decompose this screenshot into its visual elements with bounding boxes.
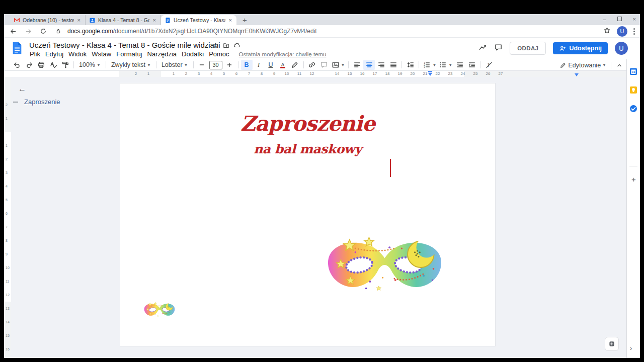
new-tab-button[interactable]: + (240, 15, 249, 25)
undo-button[interactable] (11, 60, 23, 70)
docs-file-icon[interactable] (12, 41, 22, 57)
collapse-menus-button[interactable] (613, 60, 625, 70)
browser-window: Odebrane (10) - testowy.uczen@×Klasa 4 -… (4, 14, 640, 358)
font-size-decrease-button[interactable] (196, 60, 208, 70)
gmail-icon (14, 17, 20, 24)
bold-button[interactable]: B (241, 60, 253, 70)
menu-pomoc[interactable]: Pomoc (206, 50, 231, 58)
insert-image-button[interactable]: ▼ (331, 60, 346, 70)
hide-side-panel-icon[interactable]: › (630, 344, 632, 352)
line-spacing-button[interactable] (405, 60, 416, 70)
toolbar-divider (106, 61, 106, 68)
bullet-list-button[interactable]: ▼ (438, 60, 453, 70)
chevron-down-icon: ▼ (147, 63, 151, 67)
carnival-mask-image[interactable] (321, 234, 448, 298)
horizontal-ruler[interactable]: 2112345678910111214151617181920212223242… (119, 71, 628, 77)
maximize-button[interactable] (617, 16, 622, 22)
browser-tab[interactable]: Odebrane (10) - testowy.uczen@× (10, 15, 86, 25)
left-indent-marker[interactable] (428, 71, 432, 76)
menu-wstaw[interactable]: Wstaw (89, 50, 114, 58)
text-color-button[interactable]: A (277, 60, 289, 70)
menu-narzędzia[interactable]: Narzędzia (145, 50, 180, 58)
browser-tab[interactable]: Klasa 4 - Temat 8 - Goście mile w× (86, 15, 161, 25)
align-center-button[interactable] (363, 60, 375, 70)
menu-widok[interactable]: Widok (66, 50, 89, 58)
outline-item[interactable]: Zaproszenie (24, 98, 60, 106)
browser-menu-icon[interactable] (633, 28, 635, 35)
keep-icon[interactable] (629, 85, 638, 95)
insert-comment-button[interactable] (318, 60, 330, 70)
font-select[interactable]: Lobster ▼ (159, 60, 191, 70)
tab-close-icon[interactable]: × (228, 17, 233, 23)
indent-button[interactable] (466, 60, 477, 70)
account-avatar[interactable]: U (615, 42, 628, 55)
menu-edytuj[interactable]: Edytuj (43, 50, 66, 58)
bookmark-star-icon[interactable] (603, 27, 611, 36)
toolbar-divider (401, 61, 402, 68)
ruler-number: 23 (448, 71, 453, 76)
toolbar: 100% ▼Zwykły tekst ▼Lobster ▼30BIUA ▼123… (4, 59, 640, 71)
ruler-number: 5 (223, 71, 225, 76)
star-icon[interactable] (212, 42, 219, 51)
redo-button[interactable] (23, 60, 35, 70)
font-size-increase-button[interactable] (224, 60, 235, 70)
align-left-button[interactable] (351, 60, 363, 70)
close-outline-icon[interactable]: ← (18, 84, 26, 94)
numbered-list-button[interactable]: 123 ▼ (422, 60, 437, 70)
ruler-number: 2 (6, 157, 8, 161)
spellcheck-button[interactable] (47, 60, 59, 70)
get-addons-button[interactable]: + (627, 175, 640, 184)
document-title[interactable]: Uczeń Testowy - Klasa 4 - Temat 8 - Gośc… (29, 41, 220, 49)
browser-avatar[interactable]: U (617, 26, 627, 37)
menu-dodatki[interactable]: Dodatki (179, 50, 206, 58)
minimize-button[interactable]: – (603, 16, 606, 22)
vertical-ruler[interactable]: 2112345678910111213141516 (4, 77, 11, 358)
outdent-button[interactable] (454, 60, 465, 70)
document-page[interactable]: Zaproszenie na bal maskowy (120, 83, 496, 346)
url-text[interactable]: docs.google.com/document/d/1b7XdxN2jsgHJ… (67, 28, 317, 35)
turn-in-button[interactable]: ODDAJ (510, 42, 546, 55)
close-button[interactable]: × (633, 16, 636, 22)
chevron-down-icon: ▼ (341, 63, 345, 67)
browser-tab[interactable]: Uczeń Testowy - Klasa 4 - Temat× (161, 15, 236, 25)
tab-close-icon[interactable]: × (152, 17, 157, 23)
back-icon[interactable] (7, 26, 19, 36)
refresh-icon[interactable] (37, 26, 49, 36)
doc-heading[interactable]: Zaproszenie (120, 112, 495, 136)
classroom-icon (89, 17, 96, 24)
cloud-status-icon[interactable] (233, 42, 240, 51)
doc-subheading[interactable]: na bal maskowy (120, 142, 495, 156)
align-right-button[interactable] (375, 60, 387, 70)
align-justify-button[interactable] (387, 60, 399, 70)
calendar-icon[interactable]: 31 (629, 67, 638, 76)
explore-button[interactable] (605, 337, 619, 351)
svg-text:3: 3 (424, 66, 426, 68)
forward-icon[interactable] (22, 26, 34, 36)
carnival-mask-thumbnail[interactable] (142, 301, 177, 319)
underline-button[interactable]: U (265, 60, 277, 70)
mode-select[interactable]: Edytowanie ▼ (557, 60, 609, 70)
menu-plik[interactable]: Plik (27, 50, 43, 58)
tasks-icon[interactable] (629, 104, 638, 113)
ruler-number: 12 (310, 71, 314, 76)
right-indent-marker[interactable] (575, 73, 579, 76)
menu-formatuj[interactable]: Formatuj (114, 50, 144, 58)
font-size-input[interactable]: 30 (209, 61, 222, 69)
share-button[interactable]: Udostępnij (553, 42, 608, 54)
highlight-color-button[interactable] (289, 60, 301, 70)
paint-format-button[interactable] (59, 60, 71, 70)
activity-icon[interactable] (478, 43, 487, 54)
insert-link-button[interactable] (306, 60, 318, 70)
italic-button[interactable]: I (253, 60, 265, 70)
docs-icon (165, 17, 171, 24)
print-button[interactable] (35, 60, 47, 70)
tab-close-icon[interactable]: × (76, 17, 82, 23)
zoom-select[interactable]: 100% ▼ (76, 60, 103, 70)
clear-formatting-button[interactable]: T (483, 60, 495, 70)
last-modified-link[interactable]: Ostatnia modyfikacja: chwilę temu (239, 51, 327, 57)
folder-move-icon[interactable] (223, 42, 229, 51)
comments-icon[interactable] (494, 43, 503, 54)
ruler-number: 5 (6, 198, 8, 202)
styles-select[interactable]: Zwykły tekst ▼ (109, 60, 153, 70)
ruler-number: 10 (285, 71, 289, 76)
